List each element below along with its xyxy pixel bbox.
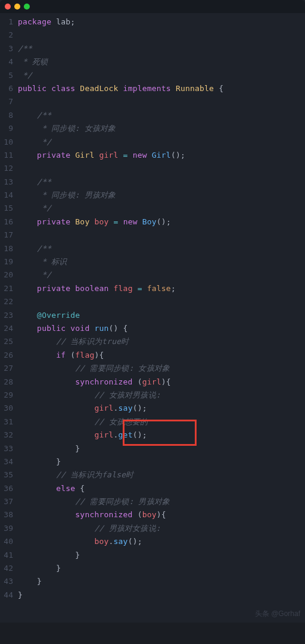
code-line[interactable]: 20 */ <box>0 268 305 282</box>
code-line[interactable]: 29 // 女孩对男孩说: <box>0 389 305 402</box>
line-number: 34 <box>0 455 18 468</box>
code-line[interactable]: 7 <box>0 95 305 108</box>
code-line[interactable]: 12 <box>0 162 305 175</box>
code-content: */ <box>18 202 305 215</box>
code-content: } <box>18 589 305 602</box>
code-content: girl.get(); <box>18 429 305 442</box>
code-line[interactable]: 26 if (flag){ <box>0 349 305 362</box>
code-content: */ <box>18 268 305 282</box>
code-line[interactable]: 4 * 死锁 <box>0 55 305 68</box>
line-number: 33 <box>0 442 18 455</box>
line-number: 19 <box>0 255 18 268</box>
code-line[interactable]: 38 synchronized (boy){ <box>0 508 305 521</box>
code-content: else { <box>18 482 305 495</box>
line-number: 20 <box>0 268 18 282</box>
line-number: 36 <box>0 482 18 495</box>
line-number: 11 <box>0 149 18 162</box>
code-content: public void run() { <box>18 322 305 335</box>
code-line[interactable]: 13 /** <box>0 176 305 189</box>
code-content: } <box>18 575 305 588</box>
line-number: 4 <box>0 55 18 68</box>
line-number: 16 <box>0 215 18 229</box>
code-line[interactable]: 14 * 同步锁: 男孩对象 <box>0 189 305 202</box>
code-line[interactable]: 3/** <box>0 42 305 55</box>
line-number: 35 <box>0 468 18 482</box>
code-line[interactable]: 33 } <box>0 442 305 455</box>
code-line[interactable]: 17 <box>0 229 305 242</box>
line-number: 15 <box>0 202 18 215</box>
code-line[interactable]: 5 */ <box>0 69 305 82</box>
code-line[interactable]: 35 // 当标识为false时 <box>0 468 305 482</box>
code-content: /** <box>18 42 305 55</box>
code-content: } <box>18 562 305 575</box>
code-content: // 需要同步锁: 女孩对象 <box>18 362 305 375</box>
line-number: 38 <box>0 508 18 521</box>
line-number: 21 <box>0 282 18 295</box>
code-line[interactable]: 11 private Girl girl = new Girl(); <box>0 149 305 162</box>
code-content: private boolean flag = false; <box>18 282 305 295</box>
line-number: 14 <box>0 189 18 202</box>
code-line[interactable]: 16 private Boy boy = new Boy(); <box>0 215 305 229</box>
code-line[interactable]: 39 // 男孩对女孩说: <box>0 522 305 535</box>
line-number: 27 <box>0 362 18 375</box>
code-content: } <box>18 455 305 468</box>
zoom-icon[interactable] <box>24 4 30 10</box>
code-line[interactable]: 15 */ <box>0 202 305 215</box>
code-content: } <box>18 442 305 455</box>
code-line[interactable]: 9 * 同步锁: 女孩对象 <box>0 122 305 135</box>
code-line[interactable]: 6public class DeadLock implements Runnab… <box>0 82 305 95</box>
close-icon[interactable] <box>5 4 11 10</box>
code-line[interactable]: 25 // 当标识为true时 <box>0 335 305 348</box>
code-line[interactable]: 42 } <box>0 562 305 575</box>
code-line[interactable]: 30 girl.say(); <box>0 402 305 415</box>
code-line[interactable]: 27 // 需要同步锁: 女孩对象 <box>0 362 305 375</box>
code-line[interactable]: 32 girl.get(); <box>0 429 305 442</box>
line-number: 41 <box>0 549 18 562</box>
code-content: // 男孩对女孩说: <box>18 522 305 535</box>
code-line[interactable]: 10 */ <box>0 136 305 149</box>
code-content: /** <box>18 176 305 189</box>
code-line[interactable]: 34 } <box>0 455 305 468</box>
code-content: public class DeadLock implements Runnabl… <box>18 82 305 95</box>
code-line[interactable]: 2 <box>0 29 305 42</box>
code-line[interactable]: 19 * 标识 <box>0 255 305 268</box>
code-line[interactable]: 43 } <box>0 575 305 588</box>
line-number: 37 <box>0 495 18 508</box>
code-editor[interactable]: 1package lab;23/**4 * 死锁5 */6public clas… <box>0 13 305 607</box>
code-content: /** <box>18 242 305 255</box>
editor-window: 1package lab;23/**4 * 死锁5 */6public clas… <box>0 0 305 623</box>
code-line[interactable]: 23 @Override <box>0 309 305 322</box>
code-line[interactable]: 37 // 需要同步锁: 男孩对象 <box>0 495 305 508</box>
code-line[interactable]: 36 else { <box>0 482 305 495</box>
minimize-icon[interactable] <box>14 4 20 10</box>
line-number: 18 <box>0 242 18 255</box>
code-line[interactable]: 21 private boolean flag = false; <box>0 282 305 295</box>
code-line[interactable]: 44} <box>0 589 305 602</box>
line-number: 40 <box>0 535 18 548</box>
line-number: 31 <box>0 415 18 429</box>
line-number: 24 <box>0 322 18 335</box>
code-line[interactable]: 22 <box>0 295 305 308</box>
line-number: 6 <box>0 82 18 95</box>
code-line[interactable]: 18 /** <box>0 242 305 255</box>
code-content: girl.say(); <box>18 402 305 415</box>
code-line[interactable]: 28 synchronized (girl){ <box>0 376 305 389</box>
code-line[interactable]: 40 boy.say(); <box>0 535 305 548</box>
code-content: // 女孩对男孩说: <box>18 389 305 402</box>
code-line[interactable]: 41 } <box>0 549 305 562</box>
code-content: */ <box>18 136 305 149</box>
line-number: 17 <box>0 229 18 242</box>
line-number: 13 <box>0 176 18 189</box>
line-number: 39 <box>0 522 18 535</box>
line-number: 5 <box>0 69 18 82</box>
code-content: boy.say(); <box>18 535 305 548</box>
line-number: 7 <box>0 95 18 108</box>
titlebar <box>0 0 305 13</box>
code-line[interactable]: 24 public void run() { <box>0 322 305 335</box>
line-number: 29 <box>0 389 18 402</box>
code-line[interactable]: 31 // 女孩想要的 <box>0 415 305 429</box>
line-number: 12 <box>0 162 18 175</box>
code-line[interactable]: 1package lab; <box>0 15 305 29</box>
line-number: 28 <box>0 376 18 389</box>
code-line[interactable]: 8 /** <box>0 109 305 122</box>
